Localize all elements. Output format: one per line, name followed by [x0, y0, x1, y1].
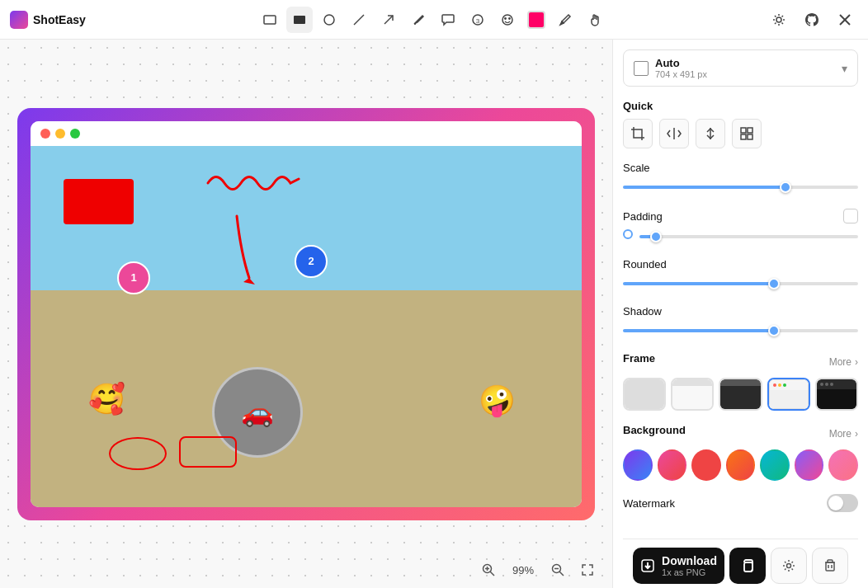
chevron-down-icon: ▾	[842, 62, 847, 75]
download-info: Download 1x as PNG	[662, 554, 717, 577]
rounded-section: Rounded	[623, 258, 858, 289]
download-copy-btn[interactable]	[729, 548, 766, 584]
zoom-out-btn[interactable]	[546, 558, 569, 581]
bg-header: Background More ›	[623, 424, 858, 443]
frame-options	[623, 378, 858, 411]
hand-tool[interactable]	[582, 7, 608, 33]
annotation-squiggle	[204, 167, 303, 205]
padding-section: Padding	[623, 209, 858, 242]
watermark-label: Watermark	[623, 497, 675, 510]
download-delete-btn[interactable]	[812, 548, 848, 584]
bg-swatch-pink-red[interactable]	[658, 449, 687, 481]
quick-grid-btn[interactable]	[732, 119, 762, 148]
bg-swatch-light-pink[interactable]	[828, 449, 858, 481]
frame-opt-plain[interactable]	[623, 378, 666, 411]
svg-rect-1	[294, 16, 305, 24]
padding-slider[interactable]	[639, 235, 858, 238]
line-tool[interactable]	[346, 7, 372, 33]
background-section: Background More ›	[623, 424, 858, 481]
svg-line-3	[354, 15, 364, 25]
bg-label: Background	[623, 424, 686, 436]
frame-header: Frame More ›	[623, 352, 858, 371]
annotation-arrow	[212, 212, 270, 298]
annotation-round-rect	[179, 436, 237, 468]
svg-line-19	[775, 22, 776, 24]
dim-name: Auto	[655, 57, 707, 69]
dimension-selector[interactable]: Auto 704 x 491 px ▾	[623, 49, 858, 87]
download-btn[interactable]: Download 1x as PNG	[633, 548, 724, 584]
dot-yellow	[55, 129, 65, 139]
color-swatch[interactable]	[527, 11, 545, 29]
svg-rect-40	[826, 562, 834, 571]
rounded-slider[interactable]	[623, 282, 858, 285]
frame-opt-dark[interactable]	[719, 378, 762, 411]
filled-rect-tool[interactable]	[286, 7, 313, 33]
quick-crop-btn[interactable]	[623, 119, 653, 148]
quick-btns	[623, 119, 858, 148]
dot-red	[40, 129, 50, 139]
dot-green	[70, 129, 80, 139]
frame-opt-light-dots[interactable]	[767, 378, 810, 411]
zoom-in-btn[interactable]	[477, 558, 500, 581]
bg-swatch-violet[interactable]	[795, 449, 824, 481]
svg-marker-22	[243, 278, 255, 285]
toolbar: ShotEasy	[0, 0, 868, 40]
bg-more-btn[interactable]: More ›	[829, 428, 858, 440]
frame-opt-light[interactable]	[671, 378, 714, 411]
canvas-area[interactable]: 1 2 🚗 🥰 🤪	[0, 40, 612, 588]
padding-checkbox[interactable]	[843, 209, 858, 223]
quick-title: Quick	[623, 100, 858, 112]
bg-swatch-red[interactable]	[691, 449, 721, 481]
dim-size: 704 x 491 px	[655, 69, 707, 79]
padding-row	[623, 227, 858, 242]
sun-btn[interactable]	[766, 7, 792, 33]
download-settings-btn[interactable]	[771, 548, 807, 584]
svg-point-39	[787, 564, 791, 568]
number-tool[interactable]: 3	[465, 7, 491, 33]
frame-section: Frame More ›	[623, 352, 858, 411]
bg-swatch-orange[interactable]	[726, 449, 756, 481]
emoji-tool[interactable]	[494, 7, 521, 33]
scale-slider[interactable]	[623, 186, 858, 189]
logo-text: ShotEasy	[33, 13, 86, 26]
bg-swatch-cyan[interactable]	[760, 449, 790, 481]
arrow-tool[interactable]	[375, 7, 402, 33]
rectangle-tool[interactable]	[257, 7, 283, 33]
pen-tool[interactable]	[405, 7, 432, 33]
watermark-toggle[interactable]	[827, 494, 858, 512]
frame-more-chevron: ›	[855, 356, 858, 368]
bg-swatch-purple-blue[interactable]	[623, 449, 653, 481]
svg-text:3: 3	[476, 17, 480, 25]
browser-window: 1 2 🚗 🥰 🤪	[31, 121, 582, 507]
scale-label-row: Scale	[623, 162, 858, 174]
close-btn[interactable]	[832, 7, 858, 33]
bg-more-text: More	[829, 428, 851, 440]
dimension-left: Auto 704 x 491 px	[634, 57, 707, 79]
frame-opt-dark-full[interactable]	[815, 378, 858, 411]
svg-rect-32	[741, 128, 746, 133]
frame-more-text: More	[829, 356, 851, 368]
annotation-badge-1: 1	[117, 261, 150, 294]
circle-tool[interactable]	[316, 7, 342, 33]
svg-rect-35	[748, 134, 752, 139]
svg-line-18	[782, 16, 784, 17]
brush-tool[interactable]	[552, 7, 578, 33]
zoom-value: 99%	[507, 564, 540, 576]
scale-label: Scale	[623, 162, 650, 174]
screenshot-frame: 1 2 🚗 🥰 🤪	[17, 108, 595, 520]
download-title: Download	[662, 554, 717, 567]
speech-tool[interactable]	[435, 7, 461, 33]
bg-more-chevron: ›	[855, 428, 858, 440]
svg-point-8	[502, 15, 512, 25]
quick-align-btn[interactable]	[696, 119, 725, 148]
github-btn[interactable]	[799, 7, 825, 33]
quick-flip-h-btn[interactable]	[659, 119, 689, 148]
frame-more-btn[interactable]: More ›	[829, 356, 858, 368]
logo[interactable]: ShotEasy	[10, 11, 86, 29]
annotation-red-rect	[64, 179, 134, 224]
svg-point-11	[776, 17, 781, 22]
shadow-slider[interactable]	[623, 329, 858, 332]
zoom-expand-btn[interactable]	[576, 558, 599, 581]
rounded-label-row: Rounded	[623, 258, 858, 270]
toggle-knob	[828, 496, 843, 510]
